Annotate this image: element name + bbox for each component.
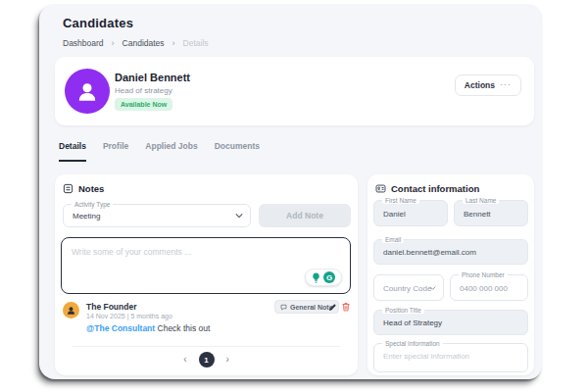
phone-number-field[interactable]: Phone Number 0400 000 000 [450,274,528,301]
pagination: ‹ 1 › [55,352,358,368]
contact-title: Contact information [391,183,479,194]
person-icon [74,78,100,104]
candidate-name: Daniel Bennett [115,72,190,83]
contact-panel-header: Contact information [375,183,479,194]
contact-card-icon [375,183,386,194]
special-information-placeholder: Enter special information [383,352,469,361]
chevron-right-icon: › [172,38,175,48]
note-timestamp: 14 Nov 2025 | 5 months ago [86,313,172,319]
divider [73,346,340,347]
mention-link[interactable]: @The Consultant [86,323,155,333]
trash-icon [341,302,351,312]
special-information-field[interactable]: Special Information Enter special inform… [373,343,528,372]
position-title-value: Head of Strategy [383,318,442,327]
grammarly-widget[interactable]: G [305,269,342,286]
last-name-value: Bennett [464,210,491,219]
notes-panel: Notes Activity Type Meeting Add Note Wri… [55,174,358,375]
avatar [65,69,110,114]
pagination-next-icon[interactable]: › [226,355,229,365]
edit-note-button[interactable] [326,301,338,313]
add-note-button[interactable]: Add Note [259,204,351,227]
last-name-field[interactable]: Last Name Bennett [454,200,528,226]
page-title: Candidates [63,16,133,30]
tab-bar: Details Profile Applied Jobs Documents [59,141,260,162]
actions-button[interactable]: Actions ··· [455,74,521,96]
pagination-page-1[interactable]: 1 [199,352,215,368]
delete-note-button[interactable] [340,301,352,313]
last-name-label: Last Name [463,197,499,204]
comment-textarea[interactable]: Write some of your comments ... G [61,237,351,294]
chevron-right-icon: › [112,38,115,48]
tab-profile[interactable]: Profile [103,141,128,162]
position-title-label: Position Title [382,307,424,314]
tab-details[interactable]: Details [59,141,86,162]
chat-bubble-icon [280,304,287,311]
phone-number-value: 0400 000 000 [460,284,508,293]
lightbulb-icon [312,272,320,283]
notes-title: Notes [78,183,104,194]
email-field[interactable]: Email daniel.bennett@email.com [373,239,528,265]
person-icon [66,305,76,316]
chevron-down-icon [429,286,436,290]
breadcrumb-item-dashboard[interactable]: Dashboard [63,38,104,48]
position-title-field[interactable]: Position Title Head of Strategy [373,310,528,335]
email-value: daniel.bennett@email.com [383,248,476,257]
note-author-avatar [63,302,79,318]
pencil-icon [328,303,337,312]
comment-placeholder: Write some of your comments ... [72,247,191,257]
country-code-select[interactable]: Country Code [373,274,444,301]
notes-panel-header: Notes [63,183,104,194]
breadcrumb-item-candidates[interactable]: Candidates [122,38,165,48]
breadcrumb-item-details: Details [183,38,209,48]
grammarly-g-icon: G [323,271,335,283]
candidate-role: Head of strategy [115,86,172,95]
tab-applied-jobs[interactable]: Applied Jobs [145,141,197,162]
activity-type-label: Activity Type [72,201,113,208]
first-name-label: First Name [382,197,419,204]
country-code-placeholder: Country Code [383,284,431,293]
contact-info-panel: Contact information First Name Daniel La… [368,174,534,375]
candidate-header-card: Daniel Bennett Head of strategy Availabl… [55,57,534,125]
note-message: Check this out [155,323,210,333]
breadcrumb: Dashboard › Candidates › Details [63,38,209,48]
app-window: Candidates Dashboard › Candidates › Deta… [39,4,542,379]
phone-number-label: Phone Number [459,271,508,278]
ellipsis-icon: ··· [500,80,512,89]
activity-type-select[interactable]: Activity Type Meeting [63,204,251,227]
email-label: Email [382,236,404,243]
actions-button-label: Actions [465,80,495,90]
pagination-prev-icon[interactable]: ‹ [183,355,186,365]
tab-documents[interactable]: Documents [215,141,260,162]
availability-badge: Available Now [115,98,172,111]
first-name-field[interactable]: First Name Daniel [373,200,448,226]
special-information-label: Special Information [382,340,443,347]
note-text: @The Consultant Check this out [86,323,210,333]
activity-type-value: Meeting [73,212,100,220]
first-name-value: Daniel [383,210,406,219]
note-author: The Founder [86,302,136,312]
chevron-down-icon [235,214,243,219]
notepad-icon [63,183,74,194]
